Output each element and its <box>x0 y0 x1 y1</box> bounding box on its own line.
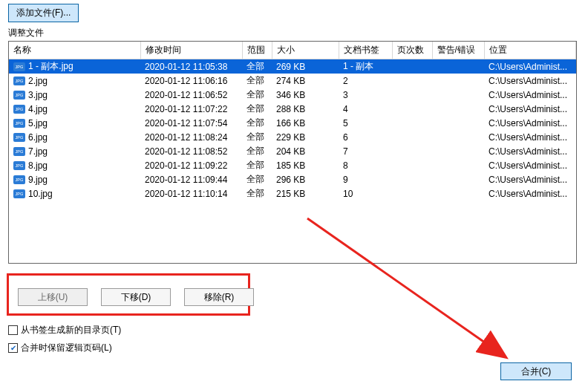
cell-name: 9.jpg <box>9 172 140 186</box>
cell-scope: 全部 <box>242 186 272 201</box>
cell-name: 10.jpg <box>9 186 140 201</box>
cell-name: 5.jpg <box>28 118 48 128</box>
cell-modified: 2020-01-12 11:05:38 <box>140 59 242 74</box>
cell-warnings <box>432 144 484 158</box>
cell-scope: 全部 <box>242 88 272 102</box>
cell-name: 8.jpg <box>28 160 48 171</box>
cell-size: 296 KB <box>272 172 339 186</box>
file-table-container: 名称 修改时间 范围 大小 文档书签 页次数 警告/错误 位置 1 - 副本.j… <box>8 41 577 264</box>
cell-warnings <box>432 59 484 74</box>
merge-button[interactable]: 合并(C) <box>500 362 572 380</box>
checkbox-toc-row[interactable]: 从书签生成新的目录页(T) <box>8 324 121 336</box>
cell-scope: 全部 <box>242 116 272 130</box>
cell-warnings <box>432 74 484 88</box>
cell-warnings <box>432 102 484 116</box>
cell-modified: 2020-01-12 11:09:44 <box>140 172 242 186</box>
checkbox-pagenum-row[interactable]: 合并时保留逻辑页码(L) <box>8 342 112 354</box>
cell-name: 2.jpg <box>9 74 140 88</box>
table-row[interactable]: 8.jpg2020-01-12 11:09:22全部185 KB8C:\User… <box>9 158 576 172</box>
cell-name: 9.jpg <box>28 175 48 185</box>
col-location[interactable]: 位置 <box>484 42 576 59</box>
cell-warnings <box>432 186 484 201</box>
table-row[interactable]: 4.jpg2020-01-12 11:07:22全部288 KB4C:\User… <box>9 102 576 116</box>
cell-scope: 全部 <box>242 130 272 144</box>
cell-pages <box>392 74 432 88</box>
checkbox-toc[interactable] <box>8 325 18 335</box>
cell-location: C:\Users\Administ... <box>484 116 576 130</box>
cell-size: 269 KB <box>272 59 339 74</box>
cell-location: C:\Users\Administ... <box>484 130 576 144</box>
cell-size: 229 KB <box>272 130 339 144</box>
table-row[interactable]: 5.jpg2020-01-12 11:07:54全部166 KB5C:\User… <box>9 116 576 130</box>
cell-size: 215 KB <box>272 186 339 201</box>
cell-scope: 全部 <box>242 102 272 116</box>
table-row[interactable]: 2.jpg2020-01-12 11:06:16全部274 KB2C:\User… <box>9 74 576 88</box>
cell-name: 5.jpg <box>9 116 140 130</box>
checkbox-toc-label: 从书签生成新的目录页(T) <box>21 324 121 336</box>
cell-pages <box>392 130 432 144</box>
table-row[interactable]: 7.jpg2020-01-12 11:08:52全部204 KB7C:\User… <box>9 144 576 158</box>
table-header-row: 名称 修改时间 范围 大小 文档书签 页次数 警告/错误 位置 <box>9 42 576 59</box>
add-files-button[interactable]: 添加文件(F)... <box>8 4 79 22</box>
col-size[interactable]: 大小 <box>272 42 339 59</box>
cell-pages <box>392 172 432 186</box>
cell-pages <box>392 88 432 102</box>
jpg-icon <box>13 147 25 156</box>
jpg-icon <box>13 133 25 142</box>
cell-pages <box>392 116 432 130</box>
table-row[interactable]: 1 - 副本.jpg2020-01-12 11:05:38全部269 KB1 -… <box>9 59 576 74</box>
col-scope[interactable]: 范围 <box>242 42 272 59</box>
cell-name: 3.jpg <box>28 90 48 100</box>
cell-bookmark: 1 - 副本 <box>339 59 392 74</box>
jpg-icon <box>13 161 25 170</box>
cell-bookmark: 5 <box>339 116 392 130</box>
move-down-button[interactable]: 下移(D) <box>101 288 171 306</box>
cell-pages <box>392 59 432 74</box>
cell-name: 4.jpg <box>28 104 48 114</box>
cell-scope: 全部 <box>242 59 272 74</box>
cell-bookmark: 3 <box>339 88 392 102</box>
col-bookmark[interactable]: 文档书签 <box>339 42 392 59</box>
checkbox-pagenum[interactable] <box>8 343 18 353</box>
cell-bookmark: 9 <box>339 172 392 186</box>
cell-scope: 全部 <box>242 144 272 158</box>
move-up-button[interactable]: 上移(U) <box>18 288 88 306</box>
cell-name: 3.jpg <box>9 88 140 102</box>
col-modified[interactable]: 修改时间 <box>140 42 242 59</box>
cell-bookmark: 4 <box>339 102 392 116</box>
cell-size: 185 KB <box>272 158 339 172</box>
cell-name: 6.jpg <box>28 132 48 143</box>
col-warnings[interactable]: 警告/错误 <box>432 42 484 59</box>
remove-button[interactable]: 移除(R) <box>184 288 254 306</box>
cell-bookmark: 7 <box>339 144 392 158</box>
section-label: 调整文件 <box>8 27 588 39</box>
cell-name: 10.jpg <box>28 189 53 199</box>
table-row[interactable]: 10.jpg2020-01-12 11:10:14全部215 KB10C:\Us… <box>9 186 576 201</box>
cell-location: C:\Users\Administ... <box>484 144 576 158</box>
file-table[interactable]: 名称 修改时间 范围 大小 文档书签 页次数 警告/错误 位置 1 - 副本.j… <box>9 42 576 201</box>
col-name[interactable]: 名称 <box>9 42 140 59</box>
table-row[interactable]: 3.jpg2020-01-12 11:06:52全部346 KB3C:\User… <box>9 88 576 102</box>
cell-location: C:\Users\Administ... <box>484 74 576 88</box>
jpg-icon <box>13 175 25 184</box>
cell-location: C:\Users\Administ... <box>484 59 576 74</box>
cell-name: 7.jpg <box>9 144 140 158</box>
cell-name: 1 - 副本.jpg <box>28 60 74 73</box>
cell-name: 2.jpg <box>28 76 48 86</box>
cell-pages <box>392 102 432 116</box>
checkbox-pagenum-label: 合并时保留逻辑页码(L) <box>21 342 112 354</box>
cell-bookmark: 8 <box>339 158 392 172</box>
table-row[interactable]: 9.jpg2020-01-12 11:09:44全部296 KB9C:\User… <box>9 172 576 186</box>
cell-scope: 全部 <box>242 172 272 186</box>
cell-modified: 2020-01-12 11:10:14 <box>140 186 242 201</box>
col-pages[interactable]: 页次数 <box>392 42 432 59</box>
cell-pages <box>392 158 432 172</box>
cell-size: 166 KB <box>272 116 339 130</box>
cell-modified: 2020-01-12 11:09:22 <box>140 158 242 172</box>
cell-warnings <box>432 158 484 172</box>
cell-pages <box>392 186 432 201</box>
cell-size: 288 KB <box>272 102 339 116</box>
table-row[interactable]: 6.jpg2020-01-12 11:08:24全部229 KB6C:\User… <box>9 130 576 144</box>
jpg-icon <box>13 77 25 85</box>
cell-name: 8.jpg <box>9 158 140 172</box>
